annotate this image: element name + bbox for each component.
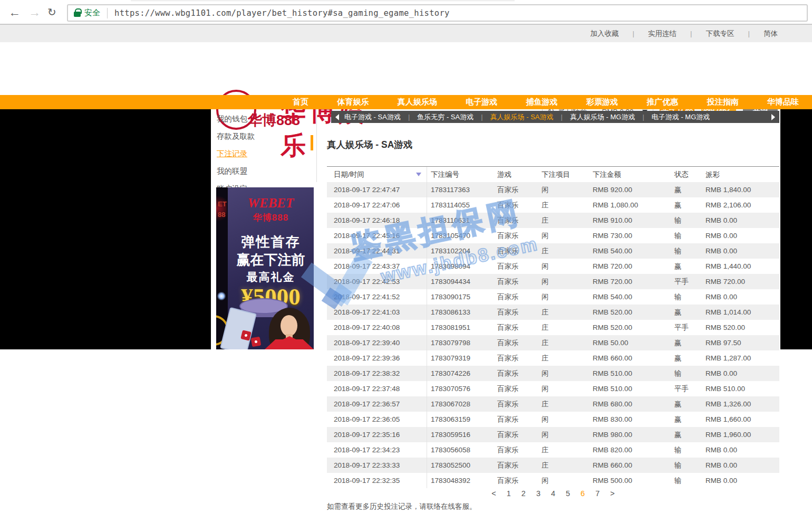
cell-bet-id: 1783048392 <box>427 473 494 488</box>
page-button[interactable]: 1 <box>507 489 511 498</box>
table-row: 2018-09-17 22:35:16 1783059516 百家乐 闲 RMB… <box>327 427 779 442</box>
table-row: 2018-09-17 22:32:35 1783048392 百家乐 闲 RMB… <box>327 473 779 488</box>
cell-bet-id: 1783098094 <box>427 259 494 274</box>
history-tab[interactable]: 鱼乐无穷 - SA游戏 <box>401 112 473 122</box>
pagination: <1234567> <box>327 489 779 498</box>
forward-icon[interactable]: → <box>28 5 41 20</box>
cell-amount: RMB 500.00 <box>589 473 670 488</box>
cell-time: 2018-09-17 22:46:18 <box>327 213 427 228</box>
page-button[interactable]: 7 <box>595 489 600 498</box>
cell-bet-id: 1783063159 <box>427 412 494 427</box>
col-header-payout: 派彩 <box>702 167 779 182</box>
cell-bet-item: 闲 <box>538 289 589 305</box>
back-icon[interactable]: ← <box>8 5 21 20</box>
cell-game: 百家乐 <box>494 427 538 442</box>
tabs-scroll-left-icon[interactable] <box>335 114 339 120</box>
cell-time: 2018-09-17 22:38:32 <box>327 366 427 381</box>
cell-bet-id: 1783102204 <box>427 243 494 259</box>
reload-icon[interactable]: ↻ <box>47 6 56 18</box>
page-button[interactable]: > <box>610 489 614 498</box>
table-row: 2018-09-17 22:43:37 1783098094 百家乐 闲 RMB… <box>327 259 779 274</box>
history-tab[interactable]: 真人娱乐场 - MG游戏 <box>554 112 635 122</box>
cell-bet-item: 闲 <box>538 473 589 488</box>
cell-amount: RMB 730.00 <box>589 228 670 243</box>
table-row: 2018-09-17 22:41:03 1783086133 百家乐 庄 RMB… <box>327 305 779 320</box>
nav-item[interactable]: 电子游戏 <box>466 97 497 107</box>
cell-status: 赢 <box>670 396 702 412</box>
cell-amount: RMB 720.00 <box>589 274 670 289</box>
table-row: 2018-09-17 22:42:53 1783094434 百家乐 闲 RMB… <box>327 274 779 289</box>
sidebar-item[interactable]: 下注记录 <box>216 145 311 163</box>
nav-item[interactable]: 投注指南 <box>707 97 739 107</box>
page-button[interactable]: < <box>491 489 496 498</box>
cell-time: 2018-09-17 22:43:37 <box>327 259 427 274</box>
nav-item[interactable]: 华博品味 <box>767 97 799 107</box>
nav-item[interactable]: 首页 <box>293 97 308 107</box>
cell-payout: RMB 0.00 <box>702 289 779 305</box>
history-tab[interactable]: 电子游戏 - SA游戏 <box>344 112 401 122</box>
nav-item[interactable]: 捕鱼游戏 <box>526 97 558 107</box>
nav-item[interactable]: 体育娱乐 <box>337 97 369 107</box>
cell-amount: RMB 520.00 <box>589 320 670 335</box>
sidebar-active-marker <box>311 135 313 150</box>
cell-bet-item: 闲 <box>538 274 589 289</box>
top-link[interactable]: 简体 <box>734 29 778 39</box>
history-tab[interactable]: 电子游戏 - MG游戏 <box>635 112 710 122</box>
page-button[interactable]: 5 <box>566 489 570 498</box>
sidebar-item[interactable]: 我的联盟 <box>216 163 311 180</box>
page-button[interactable]: 2 <box>521 489 526 498</box>
cell-bet-item: 庄 <box>538 396 589 412</box>
nav-item[interactable]: 彩票游戏 <box>586 97 618 107</box>
page-button[interactable]: 6 <box>581 489 585 498</box>
sidebar-item[interactable]: 我的钱包 <box>216 110 311 128</box>
cell-bet-id: 1783079798 <box>427 335 494 350</box>
top-link[interactable]: 实用连结 <box>618 29 676 39</box>
cell-time: 2018-09-17 22:44:31 <box>327 243 427 259</box>
col-header-time[interactable]: 日期/时间 <box>327 167 427 182</box>
cell-time: 2018-09-17 22:39:36 <box>327 350 427 366</box>
page-button[interactable]: 3 <box>536 489 540 498</box>
browser-window: ← → ↻ 安全 https://www.wbg1101.com/player/… <box>0 0 812 513</box>
cell-game: 百家乐 <box>494 243 538 259</box>
cell-bet-id: 1783086133 <box>427 305 494 320</box>
cell-time: 2018-09-17 22:45:16 <box>327 228 427 243</box>
table-row: 2018-09-17 22:37:48 1783070576 百家乐 闲 RMB… <box>327 381 779 396</box>
cell-status: 赢 <box>670 197 702 213</box>
address-bar[interactable]: 安全 https://www.wbg1101.com/player/bet_hi… <box>67 4 808 22</box>
cell-game: 百家乐 <box>494 335 538 350</box>
table-row: 2018-09-17 22:44:31 1783102204 百家乐 庄 RMB… <box>327 243 779 259</box>
top-link[interactable]: 下载专区 <box>676 29 734 39</box>
cell-payout: RMB 0.00 <box>702 228 779 243</box>
tabs-scroll-right-icon[interactable] <box>771 114 775 120</box>
bet-history-table: 日期/时间 下注编号 游戏 下注项目 下注金额 状态 派彩 2018-09-17… <box>327 166 779 488</box>
history-tab[interactable]: 真人娱乐场 - SA游戏 <box>473 112 553 122</box>
banner-line2: 赢在下注前 <box>228 251 314 269</box>
cell-bet-id: 1783081951 <box>427 320 494 335</box>
cell-amount: RMB 820.00 <box>589 442 670 458</box>
nav-item[interactable]: 真人娱乐场 <box>398 97 437 107</box>
cell-payout: RMB 510.00 <box>702 381 779 396</box>
cell-bet-item: 闲 <box>538 366 589 381</box>
cell-time: 2018-09-17 22:35:16 <box>327 427 427 442</box>
sort-desc-icon <box>416 173 421 176</box>
cell-bet-item: 闲 <box>538 182 589 197</box>
page-title: 真人娱乐场 - SA游戏 <box>327 138 412 151</box>
sidebar-item[interactable]: 存款及取款 <box>216 128 311 145</box>
cell-status: 输 <box>670 289 702 305</box>
cell-payout: RMB 0.00 <box>702 243 779 259</box>
cell-amount: RMB 920.00 <box>589 182 670 197</box>
cell-game: 百家乐 <box>494 274 538 289</box>
cell-status: 输 <box>670 366 702 381</box>
cell-game: 百家乐 <box>494 381 538 396</box>
nav-item[interactable]: 推广优惠 <box>646 97 678 107</box>
banner-sliver-glow <box>216 193 227 224</box>
cell-payout: RMB 1,440.00 <box>702 259 779 274</box>
cell-game: 百家乐 <box>494 473 538 488</box>
cell-bet-item: 庄 <box>538 458 589 473</box>
page-button[interactable]: 4 <box>551 489 555 498</box>
tab-strip-divider <box>131 1 515 1</box>
banner-slide: WEBET 华博888 弹性首存 赢在下注前 最高礼金 ¥5000 <box>228 187 314 349</box>
top-link[interactable]: 加入收藏 <box>590 29 618 39</box>
promo-banner[interactable]: ET 88 WEBET 华博888 弹性首存 赢在下注前 最高礼金 ¥5000 <box>216 187 314 349</box>
table-row: 2018-09-17 22:33:33 1783052500 百家乐 庄 RMB… <box>327 458 779 473</box>
